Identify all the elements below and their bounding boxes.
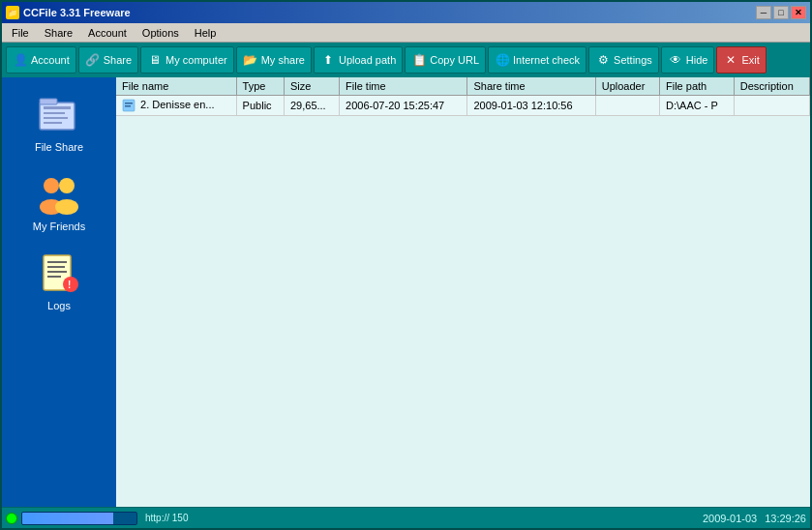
svg-rect-3 [44,112,65,114]
internet-check-label: Internet check [513,54,580,66]
upload-path-label: Upload path [339,54,396,66]
svg-rect-18 [125,103,133,104]
exit-label: Exit [741,54,759,66]
exit-button[interactable]: ✕ Exit [716,46,766,74]
svg-rect-4 [44,117,68,119]
my-friends-icon [36,170,82,217]
computer-icon: 🖥 [147,52,163,68]
file-share-icon [36,91,82,137]
svg-point-7 [59,178,75,193]
status-time: 13:29:26 [765,513,806,524]
cell-type: Public [236,96,284,116]
cell-filepath: D:\AAC - P [659,96,734,116]
svg-rect-19 [125,105,131,107]
col-size[interactable]: Size [284,77,339,96]
my-share-label: My share [261,54,305,66]
sidebar-item-logs[interactable]: ! Logs [15,246,103,315]
sidebar: File Share My Friends [2,77,116,507]
progress-fill [22,513,113,524]
window-controls: ─ □ ✕ [756,6,806,19]
settings-icon: ⚙ [595,52,611,68]
connection-indicator [6,513,17,524]
menu-help[interactable]: Help [187,25,225,41]
svg-rect-2 [44,106,71,109]
toolbar: 👤 Account 🔗 Share 🖥 My computer 📂 My sha… [2,43,810,77]
status-bar: http:// 150 2009-01-03 13:29:26 [2,507,810,528]
share-label: Share [104,54,132,66]
main-content: File Share My Friends [2,77,810,507]
status-right: 2009-01-03 13:29:26 [703,513,806,524]
hide-icon: 👁 [668,52,683,68]
menu-share[interactable]: Share [37,25,80,41]
internet-check-button[interactable]: 🌐 Internet check [488,46,586,74]
title-bar: 📁 CCFile 3.31 Freeware ─ □ ✕ [2,2,810,23]
upload-path-button[interactable]: ⬆ Upload path [314,46,403,74]
cell-size: 29,65... [284,96,339,116]
title-bar-left: 📁 CCFile 3.31 Freeware [6,6,131,19]
logs-icon: ! [36,250,82,296]
sidebar-item-file-share[interactable]: File Share [15,87,103,157]
col-filename[interactable]: File name [116,77,236,96]
internet-icon: 🌐 [495,52,510,68]
col-filepath[interactable]: File path [659,77,734,96]
maximize-button[interactable]: □ [773,6,789,19]
hide-label: Hide [686,54,708,66]
copy-url-button[interactable]: 📋 Copy URL [405,46,486,74]
menu-bar: File Share Account Options Help [2,23,810,43]
svg-rect-14 [47,276,61,278]
progress-bar [21,512,137,525]
account-icon: 👤 [13,52,28,68]
menu-options[interactable]: Options [135,25,187,41]
content-area: File name Type Size File time Share time… [116,77,810,507]
status-date: 2009-01-03 [703,513,757,524]
svg-rect-1 [40,99,57,104]
settings-label: Settings [614,54,652,66]
svg-rect-11 [47,261,67,263]
col-type[interactable]: Type [236,77,284,96]
upload-icon: ⬆ [320,52,336,68]
my-share-button[interactable]: 📂 My share [236,46,312,74]
col-description[interactable]: Description [734,77,809,96]
file-share-label: File Share [35,141,83,153]
settings-button[interactable]: ⚙ Settings [588,46,659,74]
share-icon: 🔗 [85,52,101,68]
menu-file[interactable]: File [4,25,37,41]
minimize-button[interactable]: ─ [756,6,771,19]
app-icon: 📁 [6,6,19,19]
svg-point-9 [55,199,78,215]
table-header-row: File name Type Size File time Share time… [116,77,810,96]
copy-url-label: Copy URL [430,54,479,66]
share-button[interactable]: 🔗 Share [78,46,138,74]
svg-rect-5 [44,122,62,124]
svg-rect-13 [47,271,67,273]
cell-sharetime: 2009-01-03 12:10:56 [467,96,595,116]
file-table: File name Type Size File time Share time… [116,77,810,116]
sidebar-item-my-friends[interactable]: My Friends [15,166,103,236]
cell-filename: 2. Denisse en... [116,96,236,116]
cell-filetime: 2006-07-20 15:25:47 [340,96,467,116]
copy-url-icon: 📋 [411,52,427,68]
account-button[interactable]: 👤 Account [6,46,76,74]
table-row[interactable]: 2. Denisse en... Public 29,65... 2006-07… [116,96,810,116]
menu-account[interactable]: Account [80,25,135,41]
logs-label: Logs [47,300,71,311]
col-filetime[interactable]: File time [340,77,467,96]
my-share-icon: 📂 [243,52,258,68]
my-computer-button[interactable]: 🖥 My computer [140,46,234,74]
account-label: Account [31,54,70,66]
close-button[interactable]: ✕ [791,6,806,19]
hide-button[interactable]: 👁 Hide [661,46,715,74]
my-friends-label: My Friends [33,221,85,232]
my-computer-label: My computer [165,54,227,66]
col-uploader[interactable]: Uploader [595,77,659,96]
col-sharetime[interactable]: Share time [467,77,595,96]
exit-icon: ✕ [723,52,738,68]
main-window: 📁 CCFile 3.31 Freeware ─ □ ✕ File Share … [0,0,812,530]
cell-uploader [595,96,659,116]
status-url: http:// 150 [145,513,188,523]
svg-point-6 [44,178,59,193]
status-left: http:// 150 [6,512,188,525]
cell-description [734,96,809,116]
window-title: CCFile 3.31 Freeware [23,7,131,18]
svg-rect-12 [47,266,65,268]
